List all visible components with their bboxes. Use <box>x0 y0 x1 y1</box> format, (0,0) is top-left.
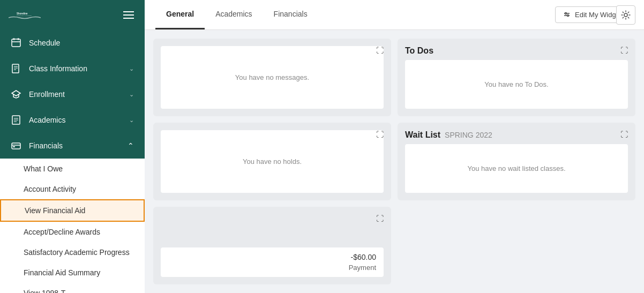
content-area: ⛶ You have no messages. To Dos ⛶ You hav… <box>145 30 644 293</box>
widget-account-activity: ⛶ -$60.00 Payment <box>153 207 391 284</box>
widget-holds: ⛶ You have no holds. <box>153 123 391 200</box>
waitlist-empty-text: You have no wait listed classes. <box>405 144 628 193</box>
waitlist-subtitle: SPRING 2022 <box>445 131 492 139</box>
academics-chevron: ⌄ <box>129 117 134 124</box>
svg-point-20 <box>565 12 567 14</box>
top-bar: General Academics Financials Edit My Wid… <box>145 0 644 30</box>
waitlist-title: Wait List SPRING 2022 <box>405 130 628 140</box>
todos-external-icon[interactable]: ⛶ <box>620 46 628 55</box>
logo-area: Shoreline COMMUNITY COLLEGE <box>9 11 41 19</box>
financials-label: Financials <box>29 141 120 150</box>
logo-wave-decoration <box>9 16 41 19</box>
class-information-chevron: ⌄ <box>129 65 134 72</box>
account-activity-content: -$60.00 Payment <box>161 247 384 277</box>
widget-waitlist: Wait List SPRING 2022 ⛶ You have no wait… <box>398 123 635 200</box>
sidebar-item-enrollment[interactable]: Enrollment ⌄ <box>0 81 145 107</box>
svg-point-21 <box>567 14 569 16</box>
waitlist-external-icon[interactable]: ⛶ <box>620 130 628 139</box>
widget-todos: To Dos ⛶ You have no To Dos. <box>398 39 635 116</box>
college-logo: Shoreline COMMUNITY COLLEGE <box>9 12 41 16</box>
svg-rect-2 <box>12 39 20 47</box>
messages-external-icon[interactable]: ⛶ <box>376 46 384 55</box>
enrollment-label: Enrollment <box>29 90 122 99</box>
graduation-icon <box>11 89 21 100</box>
svg-rect-15 <box>12 143 20 149</box>
academics-label: Academics <box>29 116 122 124</box>
account-activity-external-icon[interactable]: ⛶ <box>376 214 384 223</box>
messages-empty-text: You have no messages. <box>161 46 384 109</box>
svg-rect-17 <box>13 146 15 147</box>
settings-button[interactable] <box>616 5 635 25</box>
todos-empty-text: You have no To Dos. <box>405 60 628 109</box>
submenu-view-1098-t[interactable]: View 1098-T <box>0 283 145 293</box>
class-information-label: Class Information <box>29 64 122 73</box>
sidebar-item-schedule[interactable]: Schedule <box>0 30 145 56</box>
svg-text:Shoreline: Shoreline <box>17 12 28 15</box>
calendar-icon <box>11 37 21 48</box>
enrollment-chevron: ⌄ <box>129 91 134 98</box>
tab-financials[interactable]: Financials <box>263 0 318 29</box>
submenu-what-i-owe[interactable]: What I Owe <box>0 159 145 179</box>
tabs: General Academics Financials <box>155 0 318 29</box>
main-content: General Academics Financials Edit My Wid… <box>145 0 644 293</box>
academics-icon <box>11 115 21 125</box>
tab-general[interactable]: General <box>155 0 205 29</box>
submenu-satisfactory-academic-progress[interactable]: Satisfactory Academic Progress <box>0 242 145 262</box>
holds-empty-text: You have no holds. <box>161 130 384 193</box>
submenu-financial-aid-summary[interactable]: Financial Aid Summary <box>0 262 145 283</box>
financials-chevron: ⌃ <box>128 141 134 150</box>
credit-card-icon <box>11 140 21 151</box>
sidebar-item-financials[interactable]: Financials ⌃ <box>0 133 145 159</box>
widget-messages: ⛶ You have no messages. <box>153 39 391 116</box>
financials-section: Financials ⌃ What I Owe Account Activity… <box>0 133 145 293</box>
account-activity-amount: -$60.00 <box>351 253 376 261</box>
sidebar-item-academics[interactable]: Academics ⌄ <box>0 107 145 133</box>
sliders-icon <box>563 11 571 19</box>
sidebar: Shoreline COMMUNITY COLLEGE Schedule <box>0 0 145 293</box>
todos-title: To Dos <box>405 46 628 56</box>
submenu-accept-decline-awards[interactable]: Accept/Decline Awards <box>0 222 145 242</box>
account-activity-payment-label: Payment <box>349 264 376 272</box>
holds-external-icon[interactable]: ⛶ <box>376 130 384 139</box>
submenu-account-activity[interactable]: Account Activity <box>0 179 145 199</box>
schedule-label: Schedule <box>29 39 134 47</box>
hamburger-button[interactable] <box>121 9 136 21</box>
sidebar-item-class-information[interactable]: Class Information ⌄ <box>0 56 145 81</box>
book-icon <box>11 63 21 74</box>
submenu-view-financial-aid[interactable]: View Financial Aid <box>0 199 145 222</box>
svg-point-22 <box>624 13 627 17</box>
gear-icon <box>621 10 631 20</box>
sidebar-header: Shoreline COMMUNITY COLLEGE <box>0 0 145 30</box>
svg-rect-6 <box>12 64 19 73</box>
tab-academics[interactable]: Academics <box>205 0 263 29</box>
financials-submenu: What I Owe Account Activity View Financi… <box>0 159 145 293</box>
